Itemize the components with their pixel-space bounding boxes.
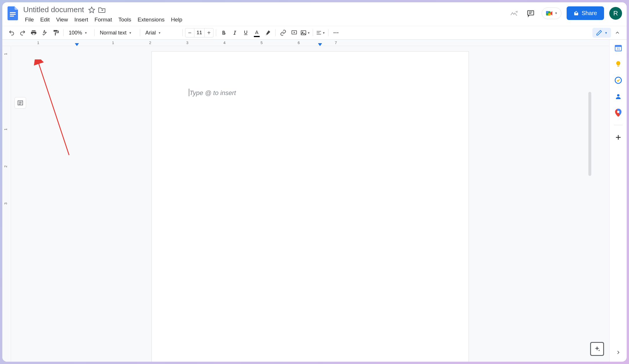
print-button[interactable] [28,28,39,38]
contacts-icon[interactable] [614,92,622,101]
side-panel: 31 [609,40,627,362]
menu-format[interactable]: Format [92,15,115,24]
menu-file[interactable]: File [22,15,37,24]
paragraph-style-dropdown[interactable]: Normal text ▼ [97,28,138,38]
chevron-down-icon: ▼ [555,12,558,15]
italic-button[interactable] [229,28,240,38]
add-addon-button[interactable] [614,133,622,141]
docs-logo-icon[interactable] [7,6,19,21]
comments-icon[interactable] [525,8,536,19]
titlebar: Untitled document File Edit View Insert … [2,2,627,24]
menu-tools[interactable]: Tools [115,15,134,24]
font-size-group: − + [185,28,214,37]
spellcheck-button[interactable] [39,28,50,38]
toolbar: 100% ▼ Normal text ▼ Arial ▼ − + [2,26,627,40]
horizontal-ruler[interactable]: 1 1 2 3 4 5 6 7 [2,40,609,46]
menu-insert[interactable]: Insert [71,15,91,24]
share-label: Share [582,10,597,17]
svg-rect-3 [527,10,534,15]
scrollbar-thumb[interactable] [588,92,591,176]
show-outline-button[interactable] [15,97,26,109]
font-size-input[interactable] [194,28,205,37]
text-color-button[interactable] [252,28,262,38]
keep-icon[interactable] [614,60,622,68]
indent-marker-right-icon[interactable] [318,43,322,47]
svg-rect-2 [10,16,14,17]
bold-button[interactable] [218,28,229,38]
svg-point-10 [334,32,335,33]
insert-image-button[interactable]: ▼ [300,28,310,38]
star-icon[interactable] [88,6,95,13]
paragraph-style-value: Normal text [100,30,126,36]
chevron-down-icon: ▼ [84,31,87,34]
ruler-tick: 7 [335,41,337,45]
vertical-ruler[interactable]: 1 1 2 3 [2,46,11,362]
activity-icon[interactable] [508,8,520,19]
editing-mode-button[interactable]: ▼ [592,28,611,38]
meet-button[interactable]: ▼ [542,8,561,19]
svg-text:31: 31 [616,47,620,50]
ruler-tick: 1 [3,53,8,55]
increase-font-size-button[interactable]: + [205,28,213,37]
menu-extensions[interactable]: Extensions [135,15,167,24]
menu-view[interactable]: View [53,15,71,24]
document-page[interactable]: Type @ to insert [151,51,469,362]
zoom-value: 100% [69,30,82,36]
svg-rect-1 [10,14,16,15]
document-placeholder: Type @ to insert [189,89,236,97]
ruler-tick: 3 [3,203,8,205]
ruler-tick: 1 [112,41,114,45]
document-container: Type @ to insert [11,46,609,362]
svg-point-19 [617,94,619,97]
app-window: Untitled document File Edit View Insert … [2,2,627,362]
svg-point-11 [335,32,337,33]
account-avatar[interactable]: R [609,7,622,20]
text-color-indicator [254,36,260,37]
maps-icon[interactable] [614,109,622,117]
insert-link-button[interactable] [278,28,288,38]
insert-comment-button[interactable] [289,28,299,38]
calendar-icon[interactable]: 31 [614,44,622,52]
svg-rect-0 [10,12,16,13]
main-area: 1 1 2 3 4 5 6 7 1 1 2 3 [2,40,609,362]
body-area: 1 1 2 3 4 5 6 7 1 1 2 3 [2,40,627,362]
ruler-tick: 6 [298,41,300,45]
ruler-tick: 1 [37,41,39,45]
chevron-down-icon: ▼ [129,31,132,34]
document-scroll-area[interactable]: 1 1 2 3 Type @ to insert [2,46,609,362]
ruler-tick: 3 [186,41,188,45]
share-button[interactable]: Share [567,6,604,20]
paint-format-button[interactable] [50,28,61,38]
menu-edit[interactable]: Edit [37,15,53,24]
indent-marker-left-icon[interactable] [75,43,79,47]
decrease-font-size-button[interactable]: − [185,28,194,37]
ruler-tick: 4 [223,41,225,45]
ruler-tick: 1 [3,128,8,130]
document-title[interactable]: Untitled document [22,5,85,15]
underline-button[interactable] [241,28,251,38]
align-button[interactable]: ▼ [315,28,326,38]
chevron-down-icon: ▼ [307,31,310,34]
menu-help[interactable]: Help [168,15,185,24]
chevron-down-icon: ▼ [158,31,161,34]
tasks-icon[interactable] [614,76,622,84]
font-family-value: Arial [145,30,156,36]
menubar: File Edit View Insert Format Tools Exten… [22,15,185,24]
chevron-down-icon: ▼ [322,31,325,34]
more-tools-button[interactable] [331,28,341,38]
hide-side-panel-button[interactable] [615,350,621,356]
ruler-tick: 2 [3,165,8,168]
zoom-dropdown[interactable]: 100% ▼ [66,28,92,38]
undo-button[interactable] [6,28,17,38]
svg-point-9 [302,32,303,33]
explore-button[interactable] [590,342,604,356]
svg-rect-5 [546,11,548,13]
svg-rect-6 [548,13,550,16]
highlight-button[interactable] [263,28,273,38]
ruler-tick: 5 [261,41,263,45]
move-icon[interactable] [98,7,106,13]
redo-button[interactable] [17,28,28,38]
font-family-dropdown[interactable]: Arial ▼ [142,28,180,38]
collapse-toolbar-button[interactable] [612,28,623,38]
ruler-tick: 2 [149,41,151,45]
